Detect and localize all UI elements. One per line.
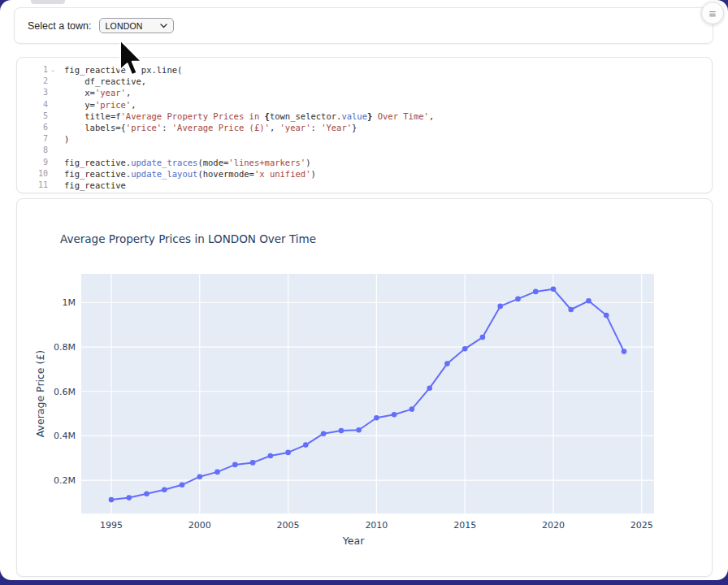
notebook-sheet: Select a town: LONDON 1⌄fig_reactive = p… bbox=[0, 0, 728, 580]
data-point-marker[interactable] bbox=[533, 289, 539, 295]
town-select-value: LONDON bbox=[106, 21, 143, 31]
code-text: df_reactive, bbox=[64, 76, 146, 87]
data-point-marker[interactable] bbox=[410, 406, 415, 412]
y-tick-label: 0.8M bbox=[54, 342, 76, 353]
code-line[interactable]: 9fig_reactive.update_traces(mode='lines+… bbox=[24, 157, 712, 168]
fold-gutter bbox=[48, 110, 58, 122]
code-line[interactable]: 1⌄fig_reactive = px.line( bbox=[24, 64, 712, 76]
x-tick-label: 1995 bbox=[100, 520, 123, 531]
code-line[interactable]: 8 bbox=[24, 145, 712, 156]
notebook-menu-button[interactable]: ≡ bbox=[701, 2, 724, 24]
y-tick-label: 0.2M bbox=[54, 475, 76, 486]
data-point-marker[interactable] bbox=[622, 349, 627, 354]
data-point-marker[interactable] bbox=[144, 491, 150, 496]
line-number: 9 bbox=[24, 157, 48, 168]
select-town-label: Select a town: bbox=[28, 20, 92, 32]
x-tick-label: 2025 bbox=[630, 520, 653, 531]
y-axis-title: Average Price (£) bbox=[34, 350, 46, 437]
line-number: 4 bbox=[24, 99, 48, 110]
data-point-marker[interactable] bbox=[444, 361, 450, 366]
data-point-marker[interactable] bbox=[303, 442, 309, 448]
data-point-marker[interactable] bbox=[321, 431, 327, 436]
code-line[interactable]: 5 title=f'Average Property Prices in {to… bbox=[24, 110, 712, 122]
chevron-down-icon bbox=[160, 24, 167, 28]
code-text: ) bbox=[64, 133, 69, 145]
data-point-marker[interactable] bbox=[162, 488, 167, 493]
data-point-marker[interactable] bbox=[180, 483, 185, 488]
data-point-marker[interactable] bbox=[427, 385, 432, 391]
chart-title: Average Property Prices in LONDON Over T… bbox=[60, 232, 316, 245]
data-point-marker[interactable] bbox=[392, 412, 397, 418]
code-line[interactable]: 2 df_reactive, bbox=[24, 76, 712, 87]
fold-gutter bbox=[48, 180, 58, 191]
fold-gutter bbox=[48, 122, 58, 133]
code-text: y='price', bbox=[64, 99, 136, 110]
data-point-marker[interactable] bbox=[462, 346, 468, 352]
data-point-marker[interactable] bbox=[515, 297, 521, 302]
plot-area[interactable] bbox=[81, 274, 654, 514]
code-line[interactable]: 6 labels={'price': 'Average Price (£)', … bbox=[24, 122, 712, 133]
plotly-line-chart[interactable]: 0.2M0.4M0.6M0.8M1M1995200020052010201520… bbox=[17, 199, 712, 576]
fold-gutter bbox=[48, 145, 58, 156]
data-point-marker[interactable] bbox=[480, 335, 486, 340]
data-point-marker[interactable] bbox=[374, 415, 379, 421]
code-text: fig_reactive = px.line( bbox=[64, 64, 182, 76]
code-lines: 1⌄fig_reactive = px.line(2 df_reactive,3… bbox=[24, 64, 712, 191]
data-point-marker[interactable] bbox=[604, 313, 609, 318]
code-cell-editor[interactable]: 1⌄fig_reactive = px.line(2 df_reactive,3… bbox=[16, 57, 713, 193]
data-point-marker[interactable] bbox=[568, 307, 574, 313]
dropdown-cell: Select a town: LONDON bbox=[14, 7, 713, 44]
data-point-marker[interactable] bbox=[551, 287, 557, 292]
code-line[interactable]: 11fig_reactive bbox=[24, 180, 712, 191]
fold-gutter bbox=[48, 76, 58, 87]
data-point-marker[interactable] bbox=[285, 450, 291, 456]
line-number: 11 bbox=[24, 180, 48, 191]
x-tick-label: 2000 bbox=[188, 520, 211, 531]
data-point-marker[interactable] bbox=[268, 453, 274, 459]
code-text: labels={'price': 'Average Price (£)', 'y… bbox=[64, 122, 357, 133]
data-point-marker[interactable] bbox=[109, 497, 115, 503]
data-point-marker[interactable] bbox=[214, 470, 220, 475]
code-line[interactable]: 4 y='price', bbox=[24, 99, 712, 110]
fold-gutter bbox=[48, 168, 58, 180]
data-point-marker[interactable] bbox=[586, 298, 592, 304]
code-text: x='year', bbox=[64, 87, 131, 98]
fold-gutter bbox=[48, 133, 58, 145]
data-point-marker[interactable] bbox=[250, 460, 256, 466]
line-number: 8 bbox=[24, 145, 48, 156]
line-number: 10 bbox=[24, 168, 48, 180]
x-tick-label: 2020 bbox=[542, 520, 565, 531]
data-point-marker[interactable] bbox=[339, 428, 344, 434]
cell-drag-handle[interactable] bbox=[31, 0, 65, 4]
data-point-marker[interactable] bbox=[127, 495, 132, 500]
line-number: 2 bbox=[24, 76, 48, 87]
line-number: 5 bbox=[24, 110, 48, 122]
y-tick-label: 1M bbox=[63, 297, 76, 308]
town-select[interactable]: LONDON bbox=[99, 18, 174, 33]
x-tick-label: 2005 bbox=[277, 520, 300, 531]
code-text: fig_reactive.update_traces(mode='lines+m… bbox=[64, 157, 310, 168]
x-tick-label: 2010 bbox=[365, 520, 388, 531]
y-tick-label: 0.6M bbox=[54, 387, 76, 397]
code-line[interactable]: 10fig_reactive.update_layout(hovermode='… bbox=[24, 168, 712, 180]
fold-gutter bbox=[48, 99, 58, 110]
fold-gutter bbox=[48, 157, 58, 168]
x-axis-title: Year bbox=[342, 535, 365, 547]
code-text: title=f'Average Property Prices in {town… bbox=[64, 110, 434, 122]
line-number: 7 bbox=[24, 133, 48, 145]
code-line[interactable]: 3 x='year', bbox=[24, 87, 712, 98]
data-point-marker[interactable] bbox=[232, 462, 238, 468]
line-number: 6 bbox=[24, 122, 48, 133]
line-number: 3 bbox=[24, 87, 48, 98]
code-text bbox=[64, 145, 69, 156]
fold-caret-icon[interactable]: ⌄ bbox=[48, 64, 58, 76]
y-tick-label: 0.4M bbox=[54, 431, 76, 441]
line-number: 1 bbox=[24, 64, 48, 76]
code-text: fig_reactive bbox=[64, 180, 126, 191]
data-point-marker[interactable] bbox=[356, 427, 362, 433]
data-point-marker[interactable] bbox=[197, 474, 203, 479]
code-text: fig_reactive.update_layout(hovermode='x … bbox=[64, 168, 316, 180]
data-point-marker[interactable] bbox=[497, 304, 503, 310]
code-line[interactable]: 7) bbox=[24, 133, 712, 145]
chart-output-cell: 0.2M0.4M0.6M0.8M1M1995200020052010201520… bbox=[16, 198, 713, 577]
